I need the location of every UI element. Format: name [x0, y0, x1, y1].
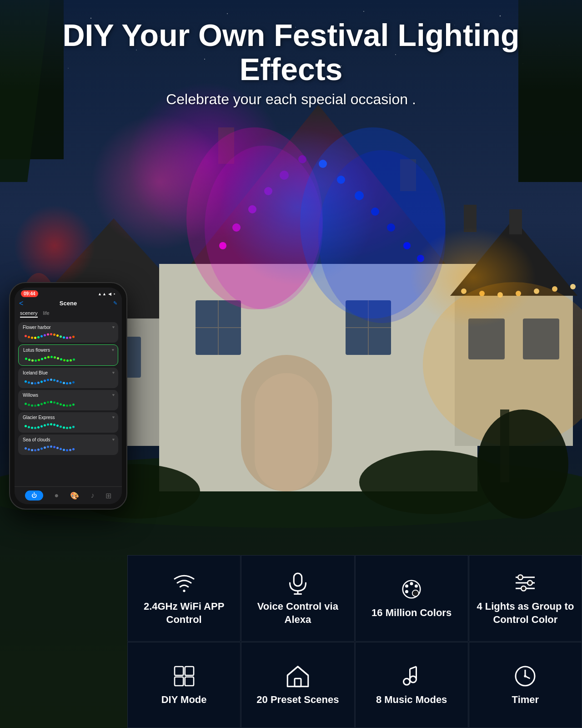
scene-item-4[interactable]: ♥Glacier Express	[18, 412, 118, 433]
bottom-color-icon[interactable]: 🎨	[70, 491, 79, 500]
svg-point-109	[404, 678, 410, 685]
feature-label-voice: Voice Control via Alexa	[246, 600, 349, 626]
feature-item-voice: Voice Control via Alexa	[241, 555, 354, 642]
svg-point-83	[183, 590, 185, 592]
feature-item-scenes: 20 Preset Scenes	[241, 642, 354, 728]
svg-point-88	[405, 585, 408, 588]
scene-title-2: Iceland Blue	[23, 370, 114, 375]
svg-point-89	[410, 582, 413, 586]
svg-rect-84	[294, 573, 302, 586]
colors-icon	[399, 576, 424, 602]
bottom-music-icon[interactable]: ♪	[90, 491, 94, 500]
feature-item-timer: Timer	[469, 642, 582, 728]
bottom-scene-icon[interactable]: ⊞	[105, 491, 111, 500]
svg-point-67	[461, 288, 467, 294]
svg-line-108	[410, 667, 416, 669]
main-title: DIY Your Own Festival Lighting Effects	[9, 18, 573, 86]
svg-point-73	[570, 284, 576, 289]
svg-rect-103	[185, 677, 193, 686]
phone-status-bar: 09:44 ▲▲ ◀ ▪	[15, 288, 122, 298]
feature-item-colors: 16 Million Colors	[355, 555, 468, 642]
feature-label-scenes: 20 Preset Scenes	[256, 693, 339, 707]
phone-back-button[interactable]: <	[19, 299, 23, 308]
scene-heart-4[interactable]: ♥	[112, 415, 115, 420]
feature-label-diy: DIY Mode	[161, 693, 207, 707]
subtitle: Celebrate your each special occasion .	[9, 91, 573, 108]
scene-item-3[interactable]: ♥Willows	[18, 390, 118, 410]
scene-dots-3	[23, 399, 114, 408]
svg-rect-30	[464, 205, 477, 232]
phone-mockup: 09:44 ▲▲ ◀ ▪ < Scene ✎ scenery life ♥Flo…	[9, 282, 127, 510]
svg-point-114	[524, 675, 527, 677]
phone-bottom-nav: ⏻ ● 🎨 ♪ ⊞	[15, 486, 122, 504]
scene-item-1[interactable]: ♥Lotus flowers	[18, 344, 118, 366]
voice-icon	[285, 570, 311, 596]
scene-list: ♥Flower harbor♥Lotus flowers♥Iceland Blu…	[15, 319, 122, 486]
features-section: 2.4GHz WiFi APP Control Voice Control vi…	[127, 555, 582, 728]
scene-heart-0[interactable]: ♥	[112, 325, 115, 329]
feature-label-wifi: 2.4GHz WiFi APP Control	[132, 600, 236, 626]
scene-heart-3[interactable]: ♥	[112, 393, 115, 397]
scene-item-5[interactable]: ♥Sea of clouds	[18, 435, 118, 455]
timer-icon	[512, 663, 538, 689]
feature-label-timer: Timer	[512, 693, 539, 707]
wifi-icon	[171, 570, 197, 596]
scene-title-3: Willows	[23, 393, 114, 398]
scene-dots-4	[23, 422, 114, 430]
svg-rect-78	[500, 410, 509, 482]
feature-item-group: 4 Lights as Group to Control Color	[469, 555, 582, 642]
svg-point-93	[412, 590, 419, 597]
music-icon	[399, 663, 424, 689]
phone-time: 09:44	[21, 290, 38, 297]
feature-item-music: 8 Music Modes	[355, 642, 468, 728]
feature-item-diy: DIY Mode	[127, 642, 241, 728]
phone-signal-icons: ▲▲ ◀ ▪	[98, 292, 115, 296]
tab-life[interactable]: life	[43, 310, 50, 318]
svg-rect-101	[185, 667, 193, 675]
scenes-icon	[285, 663, 311, 689]
tab-scenery[interactable]: scenery	[20, 310, 38, 318]
scene-dots-5	[23, 444, 114, 452]
scene-heart-5[interactable]: ♥	[112, 437, 115, 442]
scene-title-5: Sea of clouds	[23, 437, 114, 442]
phone-screen-title: Scene	[60, 300, 77, 307]
svg-point-77	[477, 410, 568, 519]
feature-label-music: 8 Music Modes	[376, 693, 447, 707]
feature-item-wifi: 2.4GHz WiFi APP Control	[127, 555, 241, 642]
svg-marker-104	[287, 667, 308, 687]
svg-rect-31	[509, 209, 522, 234]
svg-rect-100	[175, 667, 183, 675]
scene-title-4: Glacier Express	[23, 415, 114, 420]
svg-point-98	[528, 581, 533, 586]
diy-icon	[171, 663, 197, 689]
scene-dots-2	[23, 377, 114, 385]
scene-item-0[interactable]: ♥Flower harbor	[18, 322, 118, 343]
phone-edit-button[interactable]: ✎	[113, 300, 117, 306]
scene-heart-2[interactable]: ♥	[112, 370, 115, 375]
svg-point-92	[405, 590, 408, 593]
bottom-power-icon[interactable]: ⏻	[25, 490, 43, 500]
phone-nav-bar: < Scene ✎	[15, 298, 122, 308]
scene-dots-1	[23, 354, 113, 363]
phone-screen: 09:44 ▲▲ ◀ ▪ < Scene ✎ scenery life ♥Flo…	[15, 288, 122, 504]
svg-point-110	[410, 676, 416, 682]
svg-point-61	[318, 150, 446, 323]
group-icon	[512, 570, 538, 596]
bottom-white-icon[interactable]: ●	[55, 491, 59, 500]
header-section: DIY Your Own Festival Lighting Effects C…	[0, 9, 582, 117]
feature-label-colors: 16 Million Colors	[371, 607, 452, 620]
svg-point-97	[518, 575, 523, 580]
svg-rect-33	[255, 373, 318, 491]
svg-rect-105	[295, 678, 301, 687]
svg-point-90	[415, 585, 418, 588]
phone-tabs: scenery life	[15, 308, 122, 319]
scene-dots-0	[23, 332, 114, 340]
feature-label-group: 4 Lights as Group to Control Color	[474, 600, 577, 626]
scene-title-0: Flower harbor	[23, 325, 114, 330]
svg-point-99	[522, 586, 527, 591]
scene-heart-1[interactable]: ♥	[112, 348, 114, 352]
scene-title-1: Lotus flowers	[23, 348, 113, 353]
scene-item-2[interactable]: ♥Iceland Blue	[18, 368, 118, 388]
svg-rect-102	[175, 677, 183, 686]
